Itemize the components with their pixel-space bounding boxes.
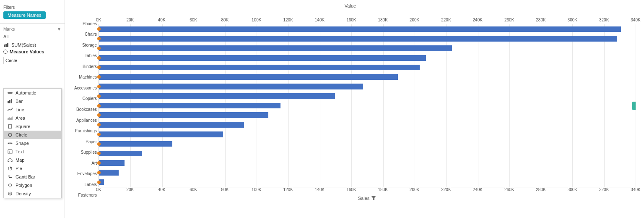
y-label-furnishings: Furnishings [65, 126, 97, 137]
bar-dot-copiers [97, 95, 101, 98]
sum-sales-label: SUM(Sales) [11, 42, 36, 47]
bar-row-labels[interactable] [99, 168, 636, 177]
bar-dot-paper [97, 133, 101, 136]
bar-row-art[interactable] [99, 149, 636, 158]
menu-label-text: Text [16, 149, 24, 154]
bar-row-chairs[interactable] [99, 34, 636, 44]
pie-icon [7, 166, 13, 171]
density-icon [7, 191, 13, 196]
menu-label-density: Density [16, 191, 31, 196]
green-indicator[interactable] [632, 102, 636, 110]
bar-row-envelopes[interactable] [99, 158, 636, 168]
bar-row-storage[interactable] [99, 44, 636, 53]
bar-paper [99, 131, 223, 137]
x-tick-bottom-7: 140K [315, 187, 325, 192]
bar-row-phones[interactable] [99, 24, 636, 34]
marks-arrow[interactable]: ▼ [57, 27, 61, 32]
svg-text:T: T [8, 150, 10, 153]
bar-chart-icon [3, 42, 9, 47]
y-label-art: Art [65, 158, 97, 169]
x-tick-top-5: 100K [252, 18, 261, 22]
x-tick-bottom-0: 0K [96, 187, 101, 192]
bar-dot-machines [97, 75, 101, 79]
map-icon [7, 158, 13, 163]
menu-item-square[interactable]: Square [4, 122, 61, 131]
square-icon [7, 124, 13, 129]
x-ticks-top: 0K20K40K60K80K100K120K140K160K180K200K22… [99, 18, 636, 24]
filter-icon[interactable] [371, 196, 376, 201]
menu-item-gantt[interactable]: Gantt Bar [4, 173, 61, 181]
mark-type-dropdown-menu: Automatic Bar Line Area Square [3, 88, 62, 198]
measure-names-filter[interactable]: Measure Names [3, 11, 46, 19]
grid-line-17 [636, 24, 636, 187]
svg-rect-6 [11, 99, 12, 103]
svg-point-9 [8, 133, 12, 137]
svg-rect-17 [9, 177, 12, 178]
mark-type-dropdown-row: Circle Automatic Bar Line Area Square Sh… [3, 57, 61, 64]
polygon-icon [7, 183, 13, 188]
bar-row-appliances[interactable] [99, 110, 636, 120]
bars-container [99, 24, 636, 187]
menu-item-circle[interactable]: Circle [4, 131, 61, 139]
menu-item-pie[interactable]: Pie [4, 164, 61, 173]
x-tick-bottom-3: 60K [190, 187, 197, 192]
x-tick-top-9: 180K [378, 18, 387, 22]
bar-dot-accessories [97, 85, 101, 88]
bar-row-furnishings[interactable] [99, 120, 636, 130]
y-label-labels: Labels [65, 179, 97, 190]
menu-item-automatic[interactable]: Automatic [4, 89, 61, 97]
bar-envelopes [99, 160, 125, 166]
bar-bookcases [99, 103, 280, 109]
menu-item-line[interactable]: Line [4, 105, 61, 114]
y-label-machines: Machines [65, 72, 97, 83]
svg-point-19 [8, 192, 12, 195]
menu-item-text[interactable]: T Text [4, 147, 61, 156]
x-axis-top [99, 10, 636, 17]
menu-item-map[interactable]: Map [4, 156, 61, 164]
bar-machines [99, 74, 398, 80]
y-label-supplies: Supplies [65, 147, 97, 158]
svg-rect-8 [8, 125, 12, 128]
menu-item-area[interactable]: Area [4, 114, 61, 122]
mark-type-select[interactable]: Circle Automatic Bar Line Area Square Sh… [3, 57, 61, 64]
svg-rect-3 [8, 92, 13, 94]
chart-footer: Sales [99, 196, 636, 201]
marks-section: Marks ▼ All SUM(Sales) Measure Values Ci… [0, 25, 65, 66]
left-panel: Filters Measure Names Marks ▼ All SUM(Sa… [0, 0, 65, 218]
bar-row-binders[interactable] [99, 63, 636, 72]
bar-chairs [99, 36, 617, 42]
bar-row-paper[interactable] [99, 129, 636, 139]
x-tick-bottom-15: 300K [568, 187, 577, 192]
menu-item-bar[interactable]: Bar [4, 97, 61, 105]
x-tick-top-16: 320K [599, 18, 609, 22]
x-tick-top-8: 160K [346, 18, 356, 22]
sum-sales-item: SUM(Sales) [3, 42, 61, 48]
bar-row-bookcases[interactable] [99, 101, 636, 110]
bar-row-accessories[interactable] [99, 82, 636, 92]
y-label-phones: Phones [65, 18, 97, 29]
svg-rect-5 [9, 100, 10, 103]
menu-item-density[interactable]: Density [4, 189, 61, 198]
chart-area: Value PhonesChairsStorageTablesBindersMa… [65, 0, 644, 218]
bar-row-copiers[interactable] [99, 91, 636, 101]
sales-axis-title: Sales [358, 196, 370, 201]
y-label-tables: Tables [65, 51, 97, 62]
bar-row-machines[interactable] [99, 72, 636, 82]
y-label-copiers: Copiers [65, 94, 97, 105]
menu-label-bar: Bar [16, 99, 23, 104]
menu-item-polygon[interactable]: Polygon [4, 181, 61, 189]
automatic-icon [7, 90, 13, 95]
bar-row-supplies[interactable] [99, 139, 636, 149]
x-tick-bottom-5: 100K [252, 187, 261, 192]
menu-label-polygon: Polygon [16, 183, 32, 188]
bar-row-tables[interactable] [99, 53, 636, 63]
y-label-accessories: Accessories [65, 83, 97, 94]
x-tick-top-10: 200K [410, 18, 419, 22]
menu-item-shape[interactable]: Shape [4, 139, 61, 147]
svg-point-12 [11, 143, 13, 144]
gantt-icon [7, 174, 13, 179]
bar-dot-fasteners [97, 181, 101, 184]
value-axis-title: Value [65, 3, 636, 8]
bar-row-fasteners[interactable] [99, 177, 636, 187]
x-tick-top-17: 340K [631, 18, 640, 22]
